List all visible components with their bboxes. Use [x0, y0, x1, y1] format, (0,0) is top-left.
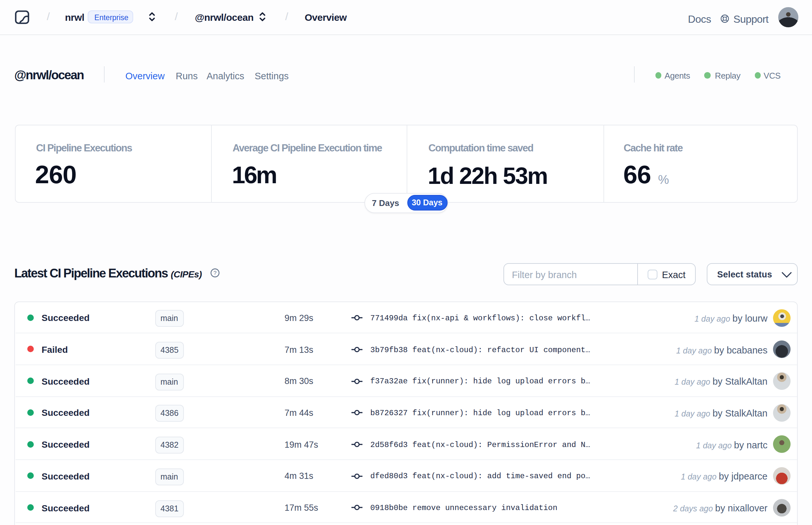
svg-text:?: ? [213, 270, 216, 276]
